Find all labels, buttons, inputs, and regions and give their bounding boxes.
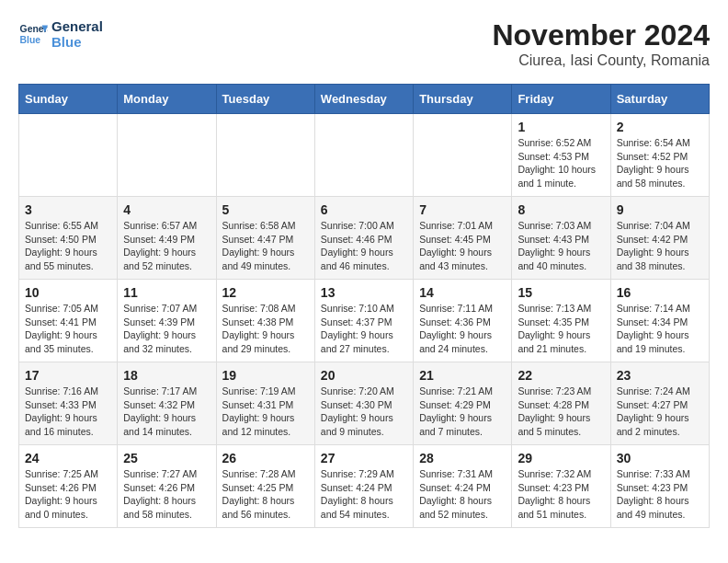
day-info: Sunrise: 7:14 AM Sunset: 4:34 PM Dayligh… [617,302,703,356]
day-info: Sunrise: 7:23 AM Sunset: 4:28 PM Dayligh… [518,385,604,439]
calendar-cell: 7Sunrise: 7:01 AM Sunset: 4:45 PM Daylig… [414,197,512,280]
calendar-cell: 8Sunrise: 7:03 AM Sunset: 4:43 PM Daylig… [512,197,610,280]
day-info: Sunrise: 6:57 AM Sunset: 4:49 PM Dayligh… [123,219,210,273]
day-number: 1 [518,120,604,134]
calendar-cell: 16Sunrise: 7:14 AM Sunset: 4:34 PM Dayli… [610,280,709,362]
calendar-cell: 30Sunrise: 7:33 AM Sunset: 4:23 PM Dayli… [610,445,709,528]
day-info: Sunrise: 7:20 AM Sunset: 4:30 PM Dayligh… [321,385,407,439]
calendar-cell [414,114,512,197]
day-number: 5 [222,202,309,217]
calendar-cell: 9Sunrise: 7:04 AM Sunset: 4:42 PM Daylig… [610,197,709,280]
week-row-5: 24Sunrise: 7:25 AM Sunset: 4:26 PM Dayli… [19,445,710,528]
header-area: General Blue General Blue November 2024 … [18,18,710,69]
calendar-cell: 24Sunrise: 7:25 AM Sunset: 4:26 PM Dayli… [19,445,118,528]
calendar-cell [314,114,413,197]
day-info: Sunrise: 6:55 AM Sunset: 4:50 PM Dayligh… [25,219,111,273]
week-row-1: 1Sunrise: 6:52 AM Sunset: 4:53 PM Daylig… [19,114,710,197]
day-info: Sunrise: 7:03 AM Sunset: 4:43 PM Dayligh… [518,219,604,273]
day-number: 2 [617,120,703,134]
day-info: Sunrise: 7:00 AM Sunset: 4:46 PM Dayligh… [321,219,407,273]
day-info: Sunrise: 7:11 AM Sunset: 4:36 PM Dayligh… [419,302,506,356]
day-info: Sunrise: 6:58 AM Sunset: 4:47 PM Dayligh… [222,219,309,273]
day-number: 25 [123,451,210,465]
day-info: Sunrise: 6:54 AM Sunset: 4:52 PM Dayligh… [617,136,703,190]
header-day-friday: Friday [512,85,610,114]
calendar-cell: 22Sunrise: 7:23 AM Sunset: 4:28 PM Dayli… [512,362,610,445]
week-row-2: 3Sunrise: 6:55 AM Sunset: 4:50 PM Daylig… [19,197,710,280]
day-info: Sunrise: 7:24 AM Sunset: 4:27 PM Dayligh… [617,385,703,439]
calendar-cell: 26Sunrise: 7:28 AM Sunset: 4:25 PM Dayli… [216,445,314,528]
day-number: 13 [321,285,407,300]
day-number: 4 [123,202,210,217]
main-title: November 2024 [492,18,710,52]
day-info: Sunrise: 7:17 AM Sunset: 4:32 PM Dayligh… [123,385,210,439]
calendar-cell: 23Sunrise: 7:24 AM Sunset: 4:27 PM Dayli… [610,362,709,445]
calendar-cell: 14Sunrise: 7:11 AM Sunset: 4:36 PM Dayli… [414,280,512,362]
day-info: Sunrise: 7:28 AM Sunset: 4:25 PM Dayligh… [222,467,309,522]
day-number: 24 [25,451,111,465]
day-number: 20 [321,368,407,383]
day-info: Sunrise: 7:29 AM Sunset: 4:24 PM Dayligh… [321,467,407,522]
day-info: Sunrise: 7:21 AM Sunset: 4:29 PM Dayligh… [419,385,506,439]
calendar-table: SundayMondayTuesdayWednesdayThursdayFrid… [18,84,710,528]
logo-icon: General Blue [18,19,48,49]
day-number: 17 [25,368,111,383]
calendar-cell: 28Sunrise: 7:31 AM Sunset: 4:24 PM Dayli… [414,445,512,528]
calendar-cell: 15Sunrise: 7:13 AM Sunset: 4:35 PM Dayli… [512,280,610,362]
day-info: Sunrise: 7:33 AM Sunset: 4:23 PM Dayligh… [617,467,703,522]
day-number: 18 [123,368,210,383]
day-info: Sunrise: 7:25 AM Sunset: 4:26 PM Dayligh… [25,467,111,522]
day-info: Sunrise: 7:16 AM Sunset: 4:33 PM Dayligh… [25,385,111,439]
calendar-cell: 25Sunrise: 7:27 AM Sunset: 4:26 PM Dayli… [118,445,216,528]
day-number: 23 [617,368,703,383]
calendar-cell [118,114,216,197]
day-info: Sunrise: 7:19 AM Sunset: 4:31 PM Dayligh… [222,385,309,439]
day-number: 6 [321,202,407,217]
day-info: Sunrise: 7:01 AM Sunset: 4:45 PM Dayligh… [419,219,506,273]
calendar-cell: 4Sunrise: 6:57 AM Sunset: 4:49 PM Daylig… [118,197,216,280]
header-day-thursday: Thursday [414,85,512,114]
day-number: 16 [617,285,703,300]
day-info: Sunrise: 7:10 AM Sunset: 4:37 PM Dayligh… [321,302,407,356]
day-number: 11 [123,285,210,300]
calendar-cell: 3Sunrise: 6:55 AM Sunset: 4:50 PM Daylig… [19,197,118,280]
day-number: 10 [25,285,111,300]
day-number: 21 [419,368,506,383]
calendar-header: SundayMondayTuesdayWednesdayThursdayFrid… [19,85,710,114]
calendar-cell: 19Sunrise: 7:19 AM Sunset: 4:31 PM Dayli… [216,362,314,445]
day-number: 3 [25,202,111,217]
header-day-saturday: Saturday [610,85,709,114]
svg-text:Blue: Blue [20,35,41,45]
day-info: Sunrise: 7:05 AM Sunset: 4:41 PM Dayligh… [25,302,111,356]
calendar-cell [216,114,314,197]
title-area: November 2024 Ciurea, Iasi County, Roman… [492,18,710,69]
day-number: 15 [518,285,604,300]
day-number: 8 [518,202,604,217]
calendar-cell: 18Sunrise: 7:17 AM Sunset: 4:32 PM Dayli… [118,362,216,445]
day-number: 14 [419,285,506,300]
calendar-cell: 6Sunrise: 7:00 AM Sunset: 4:46 PM Daylig… [314,197,413,280]
day-number: 29 [518,451,604,465]
calendar-cell [19,114,118,197]
logo-text: General Blue [51,18,103,50]
day-number: 22 [518,368,604,383]
day-info: Sunrise: 7:08 AM Sunset: 4:38 PM Dayligh… [222,302,309,356]
calendar-cell: 17Sunrise: 7:16 AM Sunset: 4:33 PM Dayli… [19,362,118,445]
calendar-cell: 10Sunrise: 7:05 AM Sunset: 4:41 PM Dayli… [19,280,118,362]
calendar-cell: 11Sunrise: 7:07 AM Sunset: 4:39 PM Dayli… [118,280,216,362]
week-row-3: 10Sunrise: 7:05 AM Sunset: 4:41 PM Dayli… [19,280,710,362]
calendar-cell: 29Sunrise: 7:32 AM Sunset: 4:23 PM Dayli… [512,445,610,528]
day-info: Sunrise: 7:04 AM Sunset: 4:42 PM Dayligh… [617,219,703,273]
header-day-tuesday: Tuesday [216,85,314,114]
logo: General Blue General Blue [18,18,103,50]
day-info: Sunrise: 7:27 AM Sunset: 4:26 PM Dayligh… [123,467,210,522]
subtitle: Ciurea, Iasi County, Romania [492,52,710,69]
calendar-cell: 12Sunrise: 7:08 AM Sunset: 4:38 PM Dayli… [216,280,314,362]
day-number: 12 [222,285,309,300]
calendar-cell: 13Sunrise: 7:10 AM Sunset: 4:37 PM Dayli… [314,280,413,362]
day-number: 19 [222,368,309,383]
calendar-cell: 21Sunrise: 7:21 AM Sunset: 4:29 PM Dayli… [414,362,512,445]
day-number: 28 [419,451,506,465]
day-info: Sunrise: 7:13 AM Sunset: 4:35 PM Dayligh… [518,302,604,356]
calendar-cell: 27Sunrise: 7:29 AM Sunset: 4:24 PM Dayli… [314,445,413,528]
